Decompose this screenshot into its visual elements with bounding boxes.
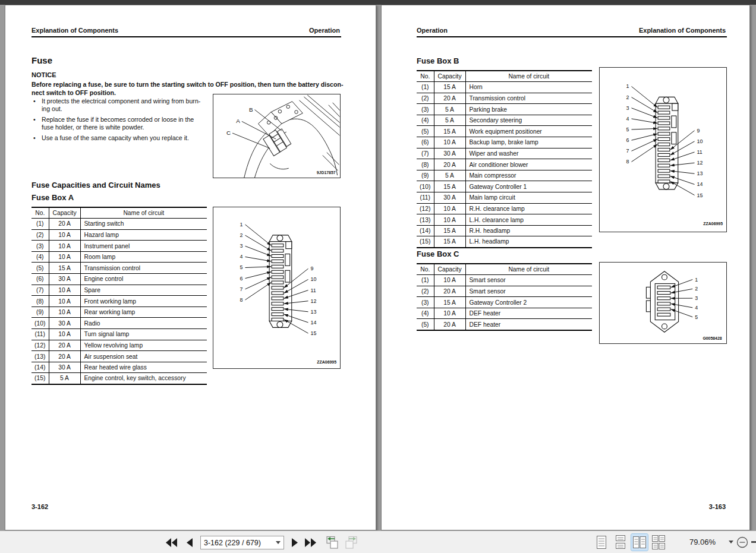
table-cell: Smart sensor bbox=[465, 275, 592, 286]
svg-text:11: 11 bbox=[697, 149, 702, 155]
table-row: (9)10 ARear working lamp bbox=[32, 306, 207, 318]
column-header: No. bbox=[417, 264, 434, 275]
callout-label-b: B bbox=[249, 106, 253, 113]
svg-text:5: 5 bbox=[626, 127, 629, 132]
table-row: (4)5 ASecondary steering bbox=[417, 115, 592, 126]
next-page-icon bbox=[291, 538, 298, 548]
table-cell: (15) bbox=[417, 236, 434, 248]
table-cell: (13) bbox=[32, 351, 49, 362]
svg-text:2: 2 bbox=[695, 286, 698, 292]
first-page-icon bbox=[166, 538, 178, 548]
svg-text:14: 14 bbox=[697, 181, 703, 187]
single-page-icon bbox=[595, 535, 608, 550]
table-cell: 10 A bbox=[49, 285, 80, 296]
svg-text:10: 10 bbox=[697, 138, 703, 144]
table-cell: 15 A bbox=[434, 236, 465, 248]
next-view-button[interactable] bbox=[343, 535, 360, 550]
table-row: (13)20 AAir suspension seat bbox=[32, 351, 207, 362]
table-header-row: No.CapacityName of circuit bbox=[417, 264, 592, 275]
table-cell: (9) bbox=[417, 170, 434, 181]
page-number-input[interactable] bbox=[204, 539, 276, 547]
table-row: (2)20 ATransmission control bbox=[417, 93, 592, 104]
figure-code: 9JD17857 bbox=[317, 170, 336, 175]
table-cell: Spare bbox=[80, 285, 207, 296]
table-row: (1)15 AHorn bbox=[417, 82, 592, 93]
table-row: (15)15 AL.H. headlamp bbox=[417, 236, 592, 248]
table-cell: Horn bbox=[465, 82, 592, 93]
table-row: (5)15 AWork equipment positioner bbox=[417, 126, 592, 137]
window-top-strip bbox=[0, 0, 756, 5]
table-cell: 10 A bbox=[49, 296, 80, 307]
layout-single-page-button[interactable] bbox=[593, 534, 610, 551]
table-cell: (13) bbox=[417, 214, 434, 226]
list-item: • It protects the electrical component a… bbox=[33, 97, 219, 113]
svg-text:3: 3 bbox=[695, 295, 698, 301]
table-cell: 20 A bbox=[434, 319, 465, 330]
table-row: (5)15 ATransmission control bbox=[32, 263, 207, 274]
previous-page-button[interactable] bbox=[182, 535, 197, 550]
table-cell: (11) bbox=[32, 329, 49, 340]
table-cell: 15 A bbox=[434, 126, 465, 137]
last-page-button[interactable] bbox=[303, 535, 318, 550]
bullet-marker: • bbox=[33, 116, 42, 131]
table-row: (9)5 AMain compressor bbox=[417, 170, 592, 181]
table-cell: Transmission control bbox=[80, 263, 207, 274]
table-cell: L.H. clearance lamp bbox=[465, 214, 592, 226]
svg-text:7: 7 bbox=[240, 286, 243, 292]
table-row: (15)5 AEngine control, key switch, acces… bbox=[32, 373, 207, 384]
layout-continuous-button[interactable] bbox=[612, 534, 629, 551]
fuse-box-c-diagram: 12345G0058428 bbox=[600, 263, 726, 343]
running-header-left: Explanation of Components bbox=[32, 27, 118, 34]
table-row: (11)30 AMain lamp circuit bbox=[417, 192, 592, 204]
svg-text:3: 3 bbox=[240, 243, 243, 249]
table-cell: 20 A bbox=[434, 159, 465, 170]
table-row: (5)20 ADEF heater bbox=[417, 319, 592, 330]
next-page-button[interactable] bbox=[286, 535, 302, 550]
table-cell: DEF heater bbox=[465, 319, 592, 330]
list-item: • Use a fuse of the same capacity when y… bbox=[33, 134, 219, 142]
table-cell: (2) bbox=[32, 229, 49, 241]
zoom-dropdown-caret-icon[interactable] bbox=[729, 541, 733, 543]
table-cell: (10) bbox=[32, 318, 49, 329]
fuse-box-c-table: No.CapacityName of circuit(1)10 ASmart s… bbox=[417, 263, 592, 331]
header-rule bbox=[417, 36, 727, 37]
svg-text:15: 15 bbox=[310, 330, 316, 336]
svg-text:2: 2 bbox=[626, 94, 629, 100]
table-cell: (15) bbox=[32, 373, 49, 384]
table-cell: Gateway Controller 1 bbox=[465, 181, 592, 192]
page-number-field[interactable] bbox=[200, 536, 284, 549]
figure-fuse-box-b: 123456789101112131415ZZA06995 bbox=[599, 67, 727, 232]
zoom-out-button[interactable] bbox=[736, 536, 749, 549]
two-page-icon bbox=[632, 535, 647, 550]
table-cell: (12) bbox=[417, 203, 434, 214]
table-cell: (2) bbox=[417, 93, 434, 104]
table-cell: Engine control bbox=[80, 274, 207, 285]
layout-two-column-button[interactable] bbox=[650, 534, 667, 551]
page-dropdown-caret-icon[interactable] bbox=[276, 541, 281, 544]
table-cell: 30 A bbox=[434, 192, 465, 204]
table-cell: (5) bbox=[32, 263, 49, 274]
table-cell: 10 A bbox=[49, 251, 80, 263]
table-row: (11)10 ATurn signal lamp bbox=[32, 329, 207, 340]
column-header: No. bbox=[417, 71, 434, 82]
table-row: (8)10 AFront working lamp bbox=[32, 296, 207, 307]
table-cell: (6) bbox=[417, 137, 434, 148]
zoom-slider-track[interactable] bbox=[751, 541, 756, 543]
table-cell: (1) bbox=[417, 82, 434, 93]
callout-label-a: A bbox=[236, 118, 240, 124]
figure-fuse-box-a: 123456789101112131415ZZA06995 bbox=[213, 207, 341, 369]
first-page-button[interactable] bbox=[164, 535, 179, 550]
previous-view-button[interactable] bbox=[324, 535, 341, 550]
layout-two-page-button[interactable] bbox=[631, 534, 648, 551]
zoom-level-display[interactable]: 79.06% bbox=[678, 538, 716, 546]
table-cell: 10 A bbox=[49, 329, 80, 340]
svg-text:1: 1 bbox=[240, 222, 243, 227]
table-row: (3)5 AParking brake bbox=[417, 104, 592, 115]
table-cell: Air suspension seat bbox=[80, 351, 207, 362]
svg-text:8: 8 bbox=[626, 159, 629, 165]
header-rule bbox=[32, 36, 341, 37]
table-cell: 30 A bbox=[434, 148, 465, 159]
table-cell: Wiper and washer bbox=[465, 148, 592, 159]
table-row: (14)15 AR.H. headlamp bbox=[417, 225, 592, 236]
table-cell: Room lamp bbox=[80, 251, 207, 263]
